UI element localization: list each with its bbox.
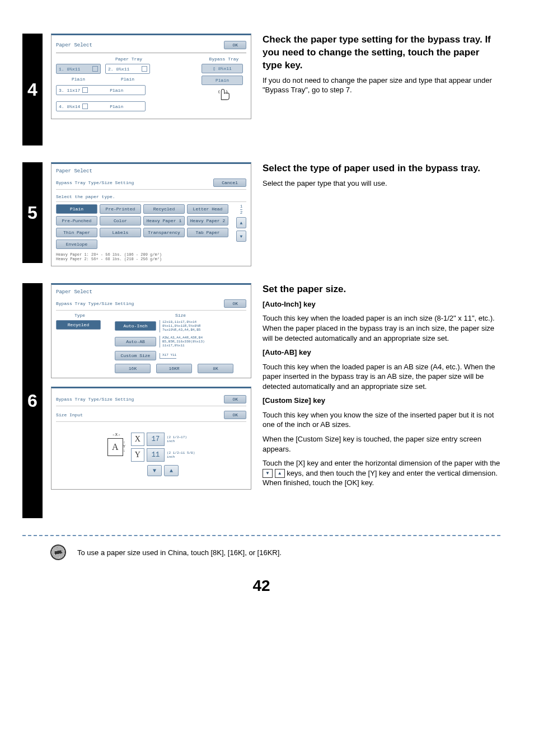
y-range: (2 1/2~11 5/8) inch (167, 451, 195, 459)
page-number: 42 (22, 577, 500, 595)
type-envelope[interactable]: Envelope (56, 240, 97, 249)
screen-paper-select: Paper Select OK Paper Tray 1. 8½x11 Plai… (51, 34, 251, 119)
custom-size-button[interactable]: Custom Size (115, 351, 156, 360)
step-4: 4 Paper Select OK Paper Tray 1. 8½x11 (22, 34, 500, 145)
note-icon (49, 543, 67, 561)
step-number: 4 (22, 34, 43, 145)
bypass-type-button[interactable]: Plain (202, 76, 243, 85)
tray-icon (92, 66, 98, 72)
type-preprinted[interactable]: Pre-Printed (100, 204, 141, 214)
auto-inch-sizes: 12x18,11x17,8½x14 8½x11,8½x11R,5½x8½R 7¼… (160, 320, 200, 332)
y-value: 11 (147, 448, 165, 462)
tip-row: To use a paper size used in China, touch… (22, 544, 500, 560)
screen-title: Paper Select (56, 168, 246, 176)
screen-title: Paper Select (56, 289, 246, 297)
screen-subtitle: Bypass Tray Type/Size Setting (56, 397, 134, 402)
bypass-tray-label: Bypass Tray (202, 57, 246, 62)
tray-1[interactable]: 1. 8½x11 (56, 64, 101, 74)
down-arrow-icon: ▼ (263, 469, 273, 478)
type-recycled-selected[interactable]: Recycled (56, 320, 101, 330)
ok-button[interactable]: OK (224, 299, 246, 308)
pager: 12 ▲ ▼ (236, 204, 246, 249)
step-6: 6 Paper Select Bypass Tray Type/Size Set… (22, 283, 500, 518)
type-color[interactable]: Color (100, 216, 141, 226)
tip-text: To use a paper size used in China, touch… (77, 548, 282, 557)
page-down-button[interactable]: ▼ (236, 231, 246, 242)
x-range: (2 1/2~17) inch (167, 435, 187, 443)
screen-title: Paper Select (56, 43, 92, 48)
touch-hand-icon (216, 85, 232, 101)
step-number: 6 (22, 283, 43, 518)
custom-desc-3: Touch the [X] key and enter the horizont… (263, 458, 500, 488)
note-heavy1: Heavy Paper 1: 28+ - 56 lbs. (106 - 209 … (56, 252, 246, 257)
screen-size-setting: Paper Select Bypass Tray Type/Size Setti… (51, 283, 251, 378)
step-body: If you do not need to change the paper s… (263, 76, 500, 95)
screen-subtitle: Bypass Tray Type/Size Setting (56, 301, 134, 306)
cancel-button[interactable]: Cancel (213, 179, 246, 187)
ok-button-inner[interactable]: OK (224, 411, 246, 419)
auto-ab-key-label: [Auto-AB] key (263, 348, 311, 356)
auto-inch-key-label: [Auto-Inch] key (263, 300, 316, 308)
type-plain[interactable]: Plain (56, 204, 97, 214)
y-button[interactable]: Y (131, 448, 144, 462)
tray-3[interactable]: 3. 11x17Plain (56, 85, 146, 95)
paper-type-grid: Plain Pre-Printed Recycled Letter Head P… (56, 204, 234, 249)
type-recycled[interactable]: Recycled (143, 204, 185, 214)
screen-type-setting: Paper Select Bypass Tray Type/Size Setti… (51, 162, 251, 266)
step-body: Select the paper type that you will use. (263, 179, 500, 189)
paper-tray-label: Paper Tray (56, 57, 202, 62)
auto-ab-desc: Touch this key when the loaded paper is … (263, 362, 500, 392)
8k-button[interactable]: 8K (198, 364, 233, 373)
custom-desc-2: When the [Custom Size] key is touched, t… (263, 434, 500, 454)
size-input-label: Size Input (56, 412, 83, 417)
type-tab[interactable]: Tab Paper (187, 228, 228, 237)
tray-4[interactable]: 4. 8½x14Plain (56, 101, 146, 111)
ok-button[interactable]: OK (224, 395, 246, 403)
step-heading: Set the paper size. (263, 283, 500, 296)
note-heavy2: Heavy Paper 2: 56+ - 68 lbs. (210 - 256 … (56, 257, 246, 261)
16kr-button[interactable]: 16KR (156, 364, 192, 373)
step-heading: Check the paper type setting for the byp… (263, 34, 500, 72)
tray-icon (82, 87, 88, 93)
prompt-text: Select the paper type. (56, 192, 246, 202)
x-value: 17 (147, 433, 165, 446)
x-button[interactable]: X (131, 433, 144, 446)
type-thin[interactable]: Thin Paper (56, 228, 97, 237)
step-5: 5 Paper Select Bypass Tray Type/Size Set… (22, 162, 500, 266)
down-arrow-button[interactable]: ▼ (147, 465, 162, 476)
screen-size-input: Bypass Tray Type/Size Setting OK Size In… (51, 387, 251, 490)
page-up-button[interactable]: ▲ (236, 217, 246, 228)
type-transparency[interactable]: Transparency (143, 228, 185, 237)
paper-diagram: ←X→ A↑Y↓ (107, 433, 125, 476)
custom-desc-1: Touch this key when you know the size of… (263, 410, 500, 430)
screen-subtitle: Bypass Tray Type/Size Setting (56, 180, 134, 185)
type-labels[interactable]: Labels (100, 228, 141, 237)
auto-ab-sizes: A3W,A3,A4,A4R,A5R,B4 B5,B5R,216x330(8½x1… (160, 336, 205, 348)
auto-inch-button[interactable]: Auto-Inch (115, 321, 156, 331)
custom-key-label: [Custom Size] key (263, 396, 325, 405)
type-letterhead[interactable]: Letter Head (187, 204, 228, 214)
size-label: Size (115, 313, 246, 318)
type-label: Type (56, 313, 104, 318)
separator (22, 535, 500, 536)
up-arrow-icon: ▲ (275, 469, 285, 478)
step-heading: Select the type of paper used in the byp… (263, 162, 500, 175)
ok-button[interactable]: OK (224, 41, 246, 49)
type-heavy2[interactable]: Heavy Paper 2 (187, 216, 228, 226)
auto-inch-desc: Touch this key when the loaded paper is … (263, 313, 500, 343)
16k-button[interactable]: 16K (115, 364, 151, 373)
up-arrow-button[interactable]: ▲ (164, 465, 179, 476)
type-heavy1[interactable]: Heavy Paper 1 (143, 216, 185, 226)
tray-2[interactable]: 2. 8½x11 (105, 64, 150, 74)
bypass-size[interactable]: ▯ 8½x11 (202, 64, 243, 73)
step-number: 5 (22, 162, 43, 263)
custom-size-value: X17 Y11 (160, 353, 176, 359)
tray-icon (142, 66, 147, 72)
type-prepunched[interactable]: Pre-Punched (56, 216, 97, 226)
auto-ab-button[interactable]: Auto-AB (115, 337, 156, 346)
tray-icon (82, 104, 88, 109)
